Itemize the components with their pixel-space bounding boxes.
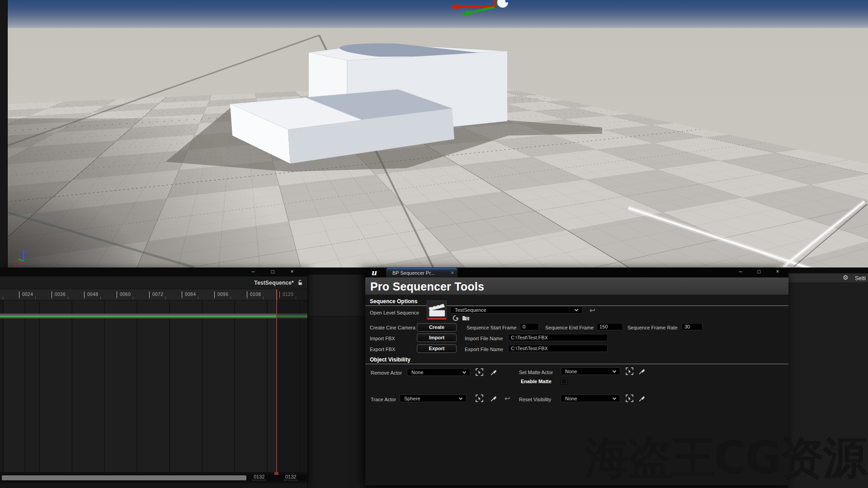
unlock-icon[interactable] bbox=[297, 279, 303, 287]
remove-actor-dropdown[interactable]: None bbox=[407, 368, 470, 376]
clapperboard-icon bbox=[429, 304, 445, 317]
timeline-scroll-row: 0132 0132 bbox=[0, 472, 307, 483]
minimize-button[interactable]: – bbox=[734, 267, 747, 276]
track-left-column bbox=[0, 300, 4, 472]
ruler-tick-label: 0072 bbox=[149, 291, 163, 298]
export-fbx-label: Export FBX bbox=[370, 347, 395, 352]
import-button[interactable]: Import bbox=[417, 333, 457, 342]
timeline-scrollbar-handle[interactable] bbox=[2, 475, 246, 480]
sequence-thumbnail[interactable] bbox=[427, 300, 447, 319]
remove-actor-label: Remove Actor bbox=[371, 370, 402, 375]
use-selected-asset-icon[interactable] bbox=[452, 314, 460, 322]
bp-titlebar[interactable]: u BP Sequencer Pr... × – □ × bbox=[365, 267, 788, 277]
chevron-down-icon bbox=[613, 396, 616, 399]
sequencer-bottom-strip bbox=[0, 483, 307, 488]
ruler-tick-label: 0060 bbox=[117, 291, 131, 298]
grid-highlight-lines bbox=[628, 202, 867, 267]
view-range-end-field[interactable]: 0132 bbox=[252, 474, 266, 480]
editor-background-panel bbox=[308, 267, 365, 488]
out-of-range-overlay bbox=[277, 289, 308, 472]
section-header-sequence-options: Sequence Options bbox=[370, 298, 417, 305]
eyedropper-icon[interactable] bbox=[490, 394, 498, 402]
chevron-down-icon bbox=[613, 369, 616, 372]
reset-visibility-dropdown[interactable]: None bbox=[561, 394, 620, 402]
import-file-name-label: Import File Name bbox=[465, 336, 503, 341]
chevron-down-icon bbox=[575, 308, 578, 311]
asset-color-bar bbox=[427, 318, 446, 319]
pick-actor-reticle-icon[interactable] bbox=[476, 394, 483, 402]
viewport-3d[interactable]: z x bbox=[0, 0, 868, 267]
ruler-tick-label: 0036 bbox=[52, 291, 66, 298]
playhead-marker[interactable] bbox=[276, 289, 277, 300]
grid-major-line bbox=[8, 212, 194, 267]
pick-actor-reticle-icon[interactable] bbox=[476, 368, 483, 376]
tab-bp-sequencer-pro[interactable]: BP Sequencer Pr... × bbox=[386, 268, 458, 277]
minimize-button[interactable]: – bbox=[246, 267, 260, 276]
export-button[interactable]: Export bbox=[417, 344, 457, 353]
maximize-button[interactable]: □ bbox=[752, 267, 766, 276]
section-header-object-visibility: Object Visibility bbox=[370, 357, 410, 363]
maximize-button[interactable]: □ bbox=[266, 267, 279, 276]
scene-overlay: z x bbox=[0, 0, 868, 267]
pick-actor-reticle-icon[interactable] bbox=[626, 394, 633, 402]
axis-z-label: z bbox=[25, 249, 28, 254]
close-button[interactable]: × bbox=[771, 267, 784, 276]
chevron-down-icon bbox=[459, 396, 462, 399]
section-divider bbox=[365, 364, 788, 364]
timeline-ruler[interactable]: 0024 0036 0048 0060 0072 0084 0096 0108 … bbox=[0, 289, 307, 300]
trace-actor-dropdown[interactable]: Sphere bbox=[400, 394, 467, 402]
eyedropper-icon[interactable] bbox=[638, 367, 646, 375]
gear-icon: ⚙ bbox=[843, 274, 849, 281]
screen-left-edge bbox=[0, 0, 8, 267]
open-level-sequence-label: Open Level Sequence bbox=[370, 310, 419, 315]
ruler-tick-label: 0048 bbox=[84, 291, 98, 298]
watermark-text: 海盗王CG资源 bbox=[585, 434, 866, 483]
axis-widget: z x bbox=[14, 249, 28, 267]
set-matte-actor-label: Set Matte Actor bbox=[519, 370, 553, 375]
panel-heading-band: Pro Sequencer Tools bbox=[365, 277, 788, 295]
animation-track-row[interactable] bbox=[0, 314, 307, 319]
transform-gizmo bbox=[450, 0, 509, 16]
sequence-select-dropdown[interactable]: TestSequence bbox=[450, 306, 582, 314]
sequence-start-frame-label: Sequence Start Frame bbox=[467, 325, 517, 330]
settings-button[interactable]: Setti bbox=[855, 275, 866, 282]
sequence-end-frame-input[interactable] bbox=[597, 323, 623, 330]
playhead-line bbox=[276, 300, 277, 472]
screen: z x ⚙ Setti – □ × TestSequence* bbox=[0, 0, 868, 488]
reset-to-default-icon[interactable]: ↩ bbox=[505, 394, 510, 403]
eyedropper-icon[interactable] bbox=[490, 368, 498, 376]
set-matte-actor-dropdown[interactable]: None bbox=[561, 367, 620, 375]
tab-close-icon[interactable]: × bbox=[451, 270, 454, 276]
create-button[interactable]: Create bbox=[417, 323, 457, 332]
axis-x-label: x bbox=[14, 263, 17, 267]
browse-to-asset-folder-icon[interactable] bbox=[462, 314, 470, 322]
working-range-end-field[interactable]: 0132 bbox=[284, 474, 297, 480]
enable-matte-label: Enable Matte bbox=[521, 379, 552, 384]
timeline-tracks-area[interactable] bbox=[0, 300, 307, 472]
sequence-frame-rate-input[interactable] bbox=[682, 323, 703, 330]
track-keyframe-bar bbox=[0, 315, 307, 317]
sequencer-breadcrumb-bar: TestSequence* bbox=[0, 277, 307, 289]
export-file-name-input[interactable] bbox=[508, 345, 608, 352]
unreal-logo-icon: u bbox=[369, 268, 378, 277]
reset-to-default-icon[interactable]: ↩ bbox=[590, 306, 595, 314]
eyedropper-icon[interactable] bbox=[638, 394, 646, 402]
sequence-start-frame-input[interactable] bbox=[520, 323, 539, 330]
sequence-frame-rate-label: Sequence Frame Rate bbox=[627, 325, 678, 330]
import-file-name-input[interactable] bbox=[508, 334, 608, 341]
ruler-tick-label: 0108 bbox=[247, 291, 261, 298]
ruler-tick-label: 0096 bbox=[214, 291, 228, 298]
chevron-down-icon bbox=[462, 370, 466, 373]
settings-toolbar: ⚙ Setti bbox=[788, 273, 868, 283]
import-fbx-label: Import FBX bbox=[370, 336, 395, 341]
enable-matte-checkbox[interactable] bbox=[561, 378, 567, 385]
page-title: Pro Sequencer Tools bbox=[370, 280, 484, 293]
pick-actor-reticle-icon[interactable] bbox=[626, 367, 633, 375]
ruler-tick-label: 0084 bbox=[182, 291, 196, 298]
sequencer-window: – □ × TestSequence* 0024 0036 0048 0060 … bbox=[0, 267, 308, 488]
sequencer-titlebar[interactable]: – □ × bbox=[0, 267, 307, 277]
create-cine-camera-label: Create Cine Camera bbox=[370, 325, 415, 330]
track-gridlines bbox=[0, 300, 307, 472]
sequence-end-frame-label: Sequence End Frame bbox=[545, 325, 594, 330]
close-button[interactable]: × bbox=[285, 267, 299, 276]
